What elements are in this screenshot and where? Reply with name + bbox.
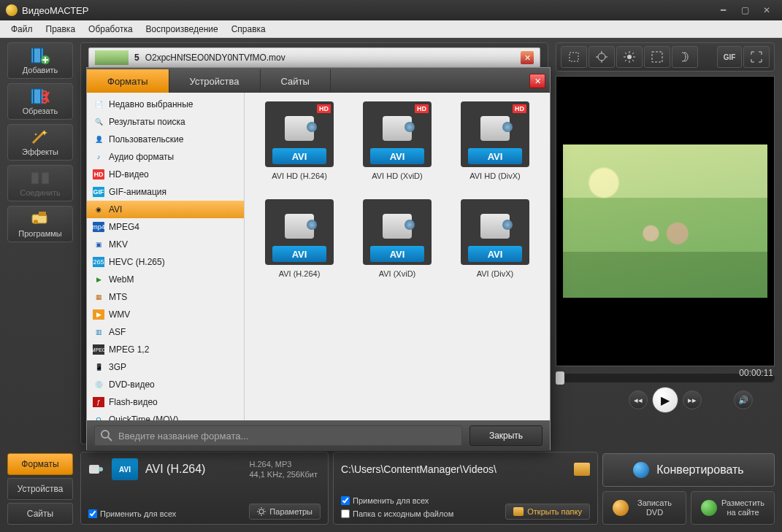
apply-all-output-checkbox[interactable]: Применить для всех [341, 496, 429, 505]
cat-dvd[interactable]: 💿DVD-видео [87, 376, 244, 393]
play-button[interactable]: ▶ [652, 387, 678, 413]
video-list-row[interactable]: 5 O2xpcHNfSEO0NDY0NTVfMO.mov ✕ [88, 47, 540, 68]
formats-dialog: Форматы Устройства Сайты ✕ 📄Недавно выбр… [86, 67, 551, 450]
cat-search-results[interactable]: 🔍Результаты поиска [87, 113, 244, 131]
tab-sites[interactable]: Сайты [7, 503, 73, 525]
sidebar-join-button[interactable]: Соединить [7, 165, 73, 201]
preset-item[interactable]: HD AVI AVI HD (DivX) [449, 101, 541, 195]
publish-web-button[interactable]: Разместить на сайте [691, 491, 775, 525]
cat-hevc[interactable]: 265HEVC (H.265) [87, 253, 244, 271]
apply-all-output-input[interactable] [341, 496, 350, 505]
cat-hd[interactable]: HDHD-видео [87, 166, 244, 183]
cat-avi[interactable]: ◉AVI [87, 201, 244, 218]
volume-button[interactable]: 🔊 [734, 390, 753, 409]
film-scissors-icon [30, 88, 50, 105]
preview-frame-image [563, 144, 767, 298]
sidebar-programs-button[interactable]: Программы [7, 206, 73, 242]
h265-icon: 265 [93, 257, 104, 267]
preset-card: AVI [265, 199, 334, 265]
cat-asf[interactable]: ▥ASF [87, 323, 244, 341]
preset-item[interactable]: AVI AVI (XviD) [351, 199, 443, 293]
cat-gif[interactable]: GIFGIF-анимация [87, 183, 244, 201]
cat-mkv[interactable]: ▣MKV [87, 236, 244, 253]
gif-tool-button[interactable]: GIF [717, 46, 742, 68]
preset-item[interactable]: AVI AVI (DivX) [449, 199, 541, 293]
cat-3gp[interactable]: 📱3GP [87, 358, 244, 376]
crop-tool-button[interactable] [561, 46, 587, 68]
preset-badge: AVI [272, 148, 326, 164]
next-button[interactable]: ▸▸ [683, 390, 702, 409]
svg-rect-10 [42, 172, 49, 184]
format-name: AVI (H.264) [145, 463, 205, 476]
crop-marquee-tool-button[interactable] [644, 46, 670, 68]
cat-audio[interactable]: ♪Аудио форматы [87, 148, 244, 166]
cat-wmv[interactable]: ▶WMV [87, 306, 244, 323]
menu-edit[interactable]: Правка [39, 24, 83, 34]
menu-playback[interactable]: Воспроизведение [139, 24, 225, 34]
codec-line-1: H.264, MP3 [249, 459, 318, 469]
preset-badge: AVI [370, 246, 424, 262]
dialog-close-button[interactable]: Закрыть [469, 425, 543, 446]
asf-icon: ▥ [93, 327, 104, 337]
dialog-close-x-button[interactable]: ✕ [529, 74, 545, 88]
apply-all-format-input[interactable] [88, 509, 97, 518]
enhance-tool-button[interactable] [589, 46, 615, 68]
preset-item[interactable]: HD AVI AVI HD (H.264) [253, 101, 345, 195]
cat-quicktime[interactable]: QQuickTime (MOV) [87, 411, 244, 420]
dialog-tab-sites[interactable]: Сайты [261, 69, 331, 93]
sidebar-effects-button[interactable]: Эффекты [7, 124, 73, 161]
cat-flash[interactable]: ƒFlash-видео [87, 393, 244, 411]
user-icon: 👤 [93, 134, 104, 144]
folder-icon [513, 507, 524, 516]
svg-rect-13 [39, 212, 46, 216]
same-folder-checkbox[interactable]: Папка с исходным файлом [341, 509, 453, 518]
video-row-remove-button[interactable]: ✕ [521, 51, 534, 64]
apply-all-format-checkbox[interactable]: Применить для всех [88, 509, 176, 518]
cat-recent[interactable]: 📄Недавно выбранные [87, 96, 244, 113]
burn-dvd-button[interactable]: Записать DVD [602, 491, 686, 525]
dialog-tab-formats[interactable]: Форматы [87, 69, 169, 93]
flash-icon: ƒ [93, 397, 104, 407]
cat-webm[interactable]: ▶WebM [87, 271, 244, 288]
dialog-tab-devices[interactable]: Устройства [169, 69, 261, 93]
seek-knob-icon[interactable] [556, 371, 564, 385]
format-camera-icon [88, 463, 104, 476]
brightness-tool-button[interactable] [616, 46, 643, 68]
sidebar-add-button[interactable]: Добавить [7, 42, 73, 79]
preset-item[interactable]: AVI AVI (H.264) [253, 199, 345, 293]
tab-formats[interactable]: Форматы [7, 453, 73, 475]
video-thumb-icon [95, 50, 129, 65]
menu-process[interactable]: Обработка [82, 24, 139, 34]
format-search-input[interactable]: Введите название формата... [94, 425, 462, 446]
window-minimize-button[interactable]: ━ [713, 4, 732, 16]
preview-panel: GIF 00:00:11 ◂◂ ▶ ▸▸ 🔊 [556, 42, 775, 444]
prev-button[interactable]: ◂◂ [629, 390, 648, 409]
speed-tool-button[interactable] [672, 46, 698, 68]
tab-devices[interactable]: Устройства [7, 478, 73, 500]
cat-mpeg4[interactable]: mp4MPEG4 [87, 218, 244, 236]
open-folder-button[interactable]: Открыть папку [505, 504, 590, 520]
sidebar-trim-button[interactable]: Обрезать [7, 83, 73, 120]
window-close-button[interactable]: ✕ [757, 4, 776, 16]
preview-video[interactable] [556, 76, 775, 366]
fullscreen-tool-button[interactable] [743, 46, 770, 68]
preset-item[interactable]: HD AVI AVI HD (XviD) [351, 101, 443, 195]
menu-file[interactable]: Файл [4, 24, 39, 34]
cat-mts[interactable]: ▦MTS [87, 288, 244, 306]
convert-button[interactable]: Конвертировать [602, 453, 775, 487]
programs-icon [30, 210, 50, 228]
svg-rect-6 [40, 89, 42, 104]
same-folder-input[interactable] [341, 509, 350, 518]
menu-help[interactable]: Справка [225, 24, 272, 34]
preset-badge: AVI [272, 246, 326, 262]
svg-rect-17 [570, 53, 578, 61]
cat-custom[interactable]: 👤Пользовательские [87, 131, 244, 148]
window-maximize-button[interactable]: ▢ [735, 4, 754, 16]
preview-toolbar: GIF [556, 42, 775, 72]
cat-label: Недавно выбранные [109, 99, 193, 109]
mp4-icon: mp4 [93, 222, 104, 232]
cat-mpeg12[interactable]: MPEGMPEG 1,2 [87, 341, 244, 358]
params-button[interactable]: Параметры [249, 504, 321, 520]
preset-card: HD AVI [265, 101, 334, 167]
browse-folder-button[interactable] [574, 463, 590, 476]
